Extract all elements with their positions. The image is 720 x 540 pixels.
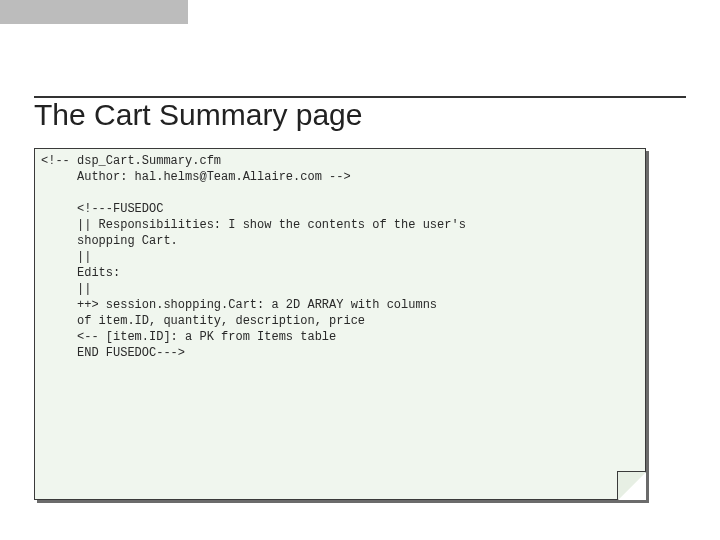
code-line: shopping Cart. [41, 234, 178, 248]
code-line: ++> session.shopping.Cart: a 2D ARRAY wi… [41, 298, 437, 312]
page-curl-icon [618, 472, 646, 500]
code-line: Edits: [41, 266, 120, 280]
page-title: The Cart Summary page [34, 98, 370, 131]
code-line: || Responsibilities: I show the contents… [41, 218, 466, 232]
code-panel: <!-- dsp_Cart.Summary.cfm Author: hal.he… [34, 148, 646, 500]
code-line: of item.ID, quantity, description, price [41, 314, 365, 328]
code-line: END FUSEDOC---> [41, 346, 185, 360]
code-line: <!-- dsp_Cart.Summary.cfm [41, 154, 221, 168]
code-line: || [41, 250, 91, 264]
code-line: <!---FUSEDOC [41, 202, 163, 216]
code-line: || [41, 282, 91, 296]
code-line: Author: hal.helms@Team.Allaire.com --> [41, 170, 351, 184]
code-block: <!-- dsp_Cart.Summary.cfm Author: hal.he… [35, 149, 645, 365]
code-line: <-- [item.ID]: a PK from Items table [41, 330, 336, 344]
top-accent-bar [0, 0, 188, 24]
